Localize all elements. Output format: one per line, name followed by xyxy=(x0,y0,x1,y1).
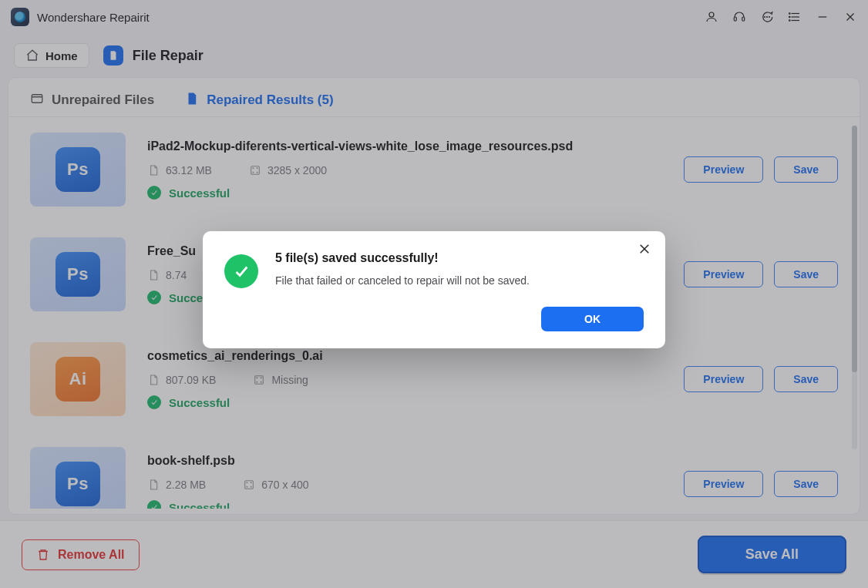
success-check-icon xyxy=(224,254,258,288)
save-success-modal: 5 file(s) saved successfully! File that … xyxy=(203,231,665,348)
modal-message: File that failed or canceled to repair w… xyxy=(275,274,530,287)
modal-close-button[interactable] xyxy=(638,242,651,259)
modal-title: 5 file(s) saved successfully! xyxy=(275,251,530,265)
modal-ok-button[interactable]: OK xyxy=(541,307,644,331)
